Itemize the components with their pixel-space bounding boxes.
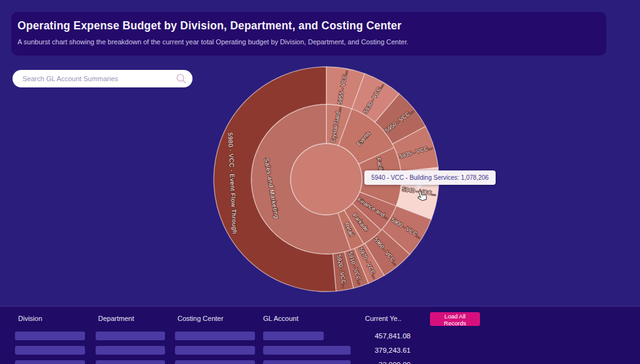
chart-tooltip: 5940 - VCC - Building Services: 1,078,20… — [364, 170, 496, 185]
cursor-pointer-icon — [415, 189, 429, 203]
dashboard: Operating Expense Budget by Division, De… — [0, 0, 640, 364]
sunburst-center — [291, 144, 362, 215]
sunburst-chart: Crystal Gard...EventsFacilitiesFinance a… — [0, 0, 640, 364]
